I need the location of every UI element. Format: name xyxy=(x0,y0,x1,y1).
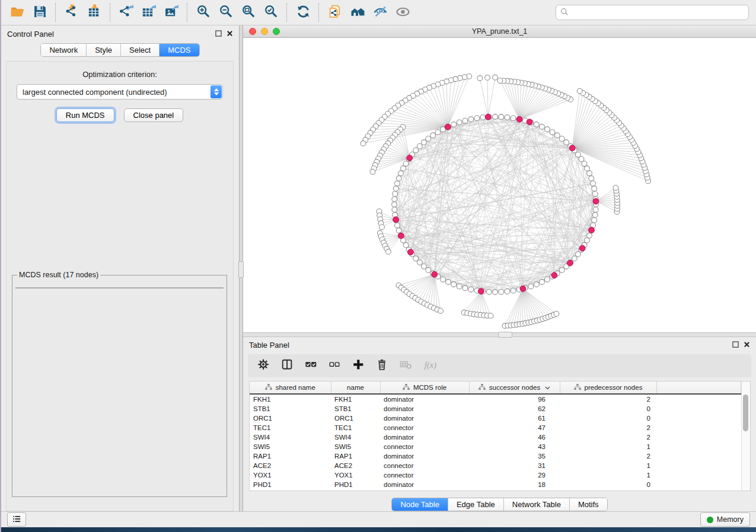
cell-predecessor-nodes[interactable]: 2 xyxy=(560,423,656,432)
zoom-in-button[interactable] xyxy=(192,2,215,23)
cell-predecessor-nodes[interactable]: 2 xyxy=(560,451,656,461)
task-history-button[interactable] xyxy=(7,512,26,527)
delete-column-button[interactable] xyxy=(374,357,391,375)
cell-name[interactable]: PHD1 xyxy=(331,480,380,489)
table-row[interactable]: SWI4SWI4dominator462 xyxy=(250,432,741,442)
cell-MCDS-role[interactable]: dominator xyxy=(380,414,469,423)
column-header-name[interactable]: name xyxy=(331,382,380,394)
table-row[interactable]: YOX1YOX1connector291 xyxy=(250,470,741,480)
import-table-button[interactable] xyxy=(83,2,106,23)
cell-successor-nodes[interactable]: 61 xyxy=(469,414,560,423)
cell-predecessor-nodes[interactable]: 1 xyxy=(560,461,656,470)
hide-checked-columns-button[interactable] xyxy=(326,357,344,375)
column-header-shared-name[interactable]: shared name xyxy=(250,382,331,394)
cell-successor-nodes[interactable]: 18 xyxy=(469,480,560,489)
zoom-fit-button[interactable] xyxy=(237,2,260,23)
hide-selected-button[interactable] xyxy=(369,2,391,23)
cell-predecessor-nodes[interactable]: 0 xyxy=(560,414,656,423)
cell-predecessor-nodes[interactable]: 0 xyxy=(560,480,656,489)
table-row[interactable]: PHD1PHD1dominator180 xyxy=(250,480,741,489)
column-header-MCDS-role[interactable]: MCDS role xyxy=(380,382,469,394)
close-panel-button[interactable]: Close panel xyxy=(124,108,184,122)
cell-MCDS-role[interactable]: dominator xyxy=(380,451,469,461)
tab-motifs[interactable]: Motifs xyxy=(570,498,607,511)
network-file-button[interactable] xyxy=(324,2,346,23)
cell-MCDS-role[interactable]: dominator xyxy=(380,404,469,414)
vertical-splitter[interactable] xyxy=(239,25,243,511)
table-row[interactable]: RAP1RAP1dominator352 xyxy=(250,451,741,461)
table-row[interactable]: FKH1FKH1dominator962 xyxy=(250,394,741,404)
cell-shared-name[interactable]: RAP1 xyxy=(250,451,331,461)
table-row[interactable]: TEC1TEC1connector472 xyxy=(250,423,741,432)
cell-MCDS-role[interactable]: dominator xyxy=(380,394,469,404)
zoom-selected-button[interactable] xyxy=(260,2,282,23)
cell-predecessor-nodes[interactable]: 2 xyxy=(560,432,656,442)
close-panel-icon[interactable] xyxy=(227,30,233,39)
column-header-predecessor-nodes[interactable]: predecessor nodes xyxy=(560,382,656,394)
cell-successor-nodes[interactable]: 31 xyxy=(469,461,560,470)
cell-name[interactable]: STB1 xyxy=(331,404,380,414)
tab-network-table[interactable]: Network Table xyxy=(504,498,570,511)
cell-name[interactable]: TEC1 xyxy=(331,423,380,432)
cell-shared-name[interactable]: ORC1 xyxy=(250,414,331,423)
save-button[interactable] xyxy=(28,2,51,23)
table-row[interactable]: ACE2ACE2connector311 xyxy=(250,461,741,470)
cell-name[interactable]: RAP1 xyxy=(331,451,380,461)
cell-successor-nodes[interactable]: 35 xyxy=(469,451,560,461)
cell-successor-nodes[interactable]: 62 xyxy=(469,404,560,414)
horizontal-splitter[interactable] xyxy=(243,332,756,337)
add-column-button[interactable] xyxy=(350,357,368,375)
split-panel-button[interactable] xyxy=(279,357,296,375)
show-checked-columns-button[interactable] xyxy=(302,357,320,375)
table-row[interactable]: STB1STB1dominator620 xyxy=(250,404,741,414)
cell-name[interactable]: YOX1 xyxy=(331,470,380,480)
tab-style[interactable]: Style xyxy=(87,44,121,56)
run-mcds-button[interactable]: Run MCDS xyxy=(56,108,114,122)
column-menu-icon[interactable] xyxy=(545,384,550,391)
cell-successor-nodes[interactable]: 96 xyxy=(469,394,560,404)
cell-name[interactable]: FKH1 xyxy=(331,394,380,404)
export-image-button[interactable] xyxy=(160,2,183,23)
tab-edge-table[interactable]: Edge Table xyxy=(448,498,504,511)
cell-successor-nodes[interactable]: 43 xyxy=(469,442,560,451)
float-panel-icon[interactable] xyxy=(215,30,222,39)
cell-MCDS-role[interactable]: connector xyxy=(380,461,469,470)
cell-predecessor-nodes[interactable]: 1 xyxy=(560,470,656,480)
export-network-button[interactable] xyxy=(115,2,138,23)
cell-shared-name[interactable]: SWI4 xyxy=(250,432,331,442)
close-panel-icon[interactable] xyxy=(744,341,750,350)
column-settings-button[interactable] xyxy=(255,357,273,375)
scrollbar-thumb[interactable] xyxy=(743,395,748,431)
cell-name[interactable]: SWI5 xyxy=(331,442,380,451)
show-all-button[interactable] xyxy=(391,2,414,23)
tab-network[interactable]: Network xyxy=(41,44,87,56)
tab-mcds[interactable]: MCDS xyxy=(160,44,199,56)
cell-predecessor-nodes[interactable]: 0 xyxy=(560,404,656,414)
cell-predecessor-nodes[interactable]: 1 xyxy=(560,442,656,451)
cell-MCDS-role[interactable]: connector xyxy=(380,470,469,480)
table-row[interactable]: SWI5SWI5connector431 xyxy=(250,442,741,451)
cell-shared-name[interactable]: SWI5 xyxy=(250,442,331,451)
refresh-button[interactable] xyxy=(292,2,314,23)
search-input[interactable] xyxy=(556,5,749,20)
float-panel-icon[interactable] xyxy=(732,341,739,350)
splitter-grip[interactable] xyxy=(498,332,512,338)
criterion-select[interactable]: largest connected component (undirected) xyxy=(17,84,223,100)
first-neighbors-button[interactable] xyxy=(346,2,369,23)
cell-MCDS-role[interactable]: connector xyxy=(380,442,469,451)
table-row[interactable]: ORC1ORC1dominator610 xyxy=(250,414,741,423)
cell-name[interactable]: ACE2 xyxy=(331,461,380,470)
tab-select[interactable]: Select xyxy=(121,44,160,56)
cell-successor-nodes[interactable]: 47 xyxy=(469,423,560,432)
column-header-successor-nodes[interactable]: successor nodes xyxy=(469,382,560,394)
splitter-grip[interactable] xyxy=(238,261,244,278)
cell-name[interactable]: ORC1 xyxy=(331,414,380,423)
zoom-out-button[interactable] xyxy=(215,2,237,23)
memory-button[interactable]: Memory xyxy=(700,512,750,527)
cell-shared-name[interactable]: ACE2 xyxy=(250,461,331,470)
cell-predecessor-nodes[interactable]: 2 xyxy=(560,394,656,404)
open-button[interactable] xyxy=(6,2,28,23)
tab-node-table[interactable]: Node Table xyxy=(392,498,448,511)
cell-name[interactable]: SWI4 xyxy=(331,432,380,442)
cell-shared-name[interactable]: YOX1 xyxy=(250,470,331,480)
